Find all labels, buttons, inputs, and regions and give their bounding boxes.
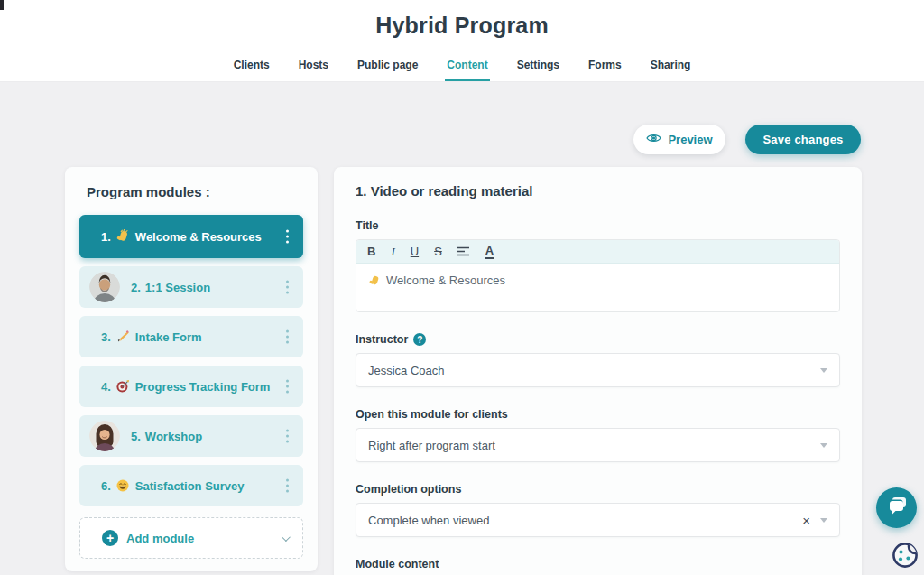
module-content-label: Module content [356, 558, 840, 570]
tab-settings[interactable]: Settings [515, 53, 561, 81]
open-module-value: Right after program start [368, 439, 495, 452]
tab-sharing[interactable]: Sharing [649, 53, 693, 81]
save-changes-button[interactable]: Save changes [745, 125, 861, 154]
chat-bubble-icon [886, 496, 908, 519]
module-number: 2. [131, 281, 141, 294]
completion-options-value: Complete when viewed [368, 514, 489, 527]
align-icon[interactable] [457, 246, 470, 256]
target-emoji-icon [116, 379, 130, 394]
screen-artifact [0, 0, 4, 10]
module-label: Satisfaction Survey [135, 479, 245, 493]
open-module-label: Open this module for clients [356, 408, 840, 421]
page-title: Hybrid Program [0, 0, 924, 39]
module-item-progress-tracking-form[interactable]: 4. Progress Tracking Form [79, 366, 303, 407]
font-color-icon[interactable]: A [485, 245, 494, 259]
chevron-down-icon[interactable] [282, 533, 291, 542]
program-modules-panel: Program modules : 1. Welcome & Resources [65, 167, 318, 571]
module-label: Intake Form [135, 330, 202, 344]
module-menu-kebab-icon[interactable] [282, 327, 292, 348]
module-item-satisfaction-survey[interactable]: 6. Satisfaction Survey [79, 465, 303, 506]
add-module-button[interactable]: + Add module [79, 517, 303, 559]
caret-down-icon [820, 368, 827, 373]
module-number: 6. [101, 479, 111, 493]
cookie-consent-icon[interactable] [890, 539, 921, 570]
title-label: Title [356, 219, 840, 232]
avatar-man [89, 272, 120, 302]
help-icon[interactable]: ? [413, 333, 426, 346]
eye-icon [646, 133, 661, 146]
chat-widget-button[interactable] [876, 487, 917, 528]
strikethrough-icon[interactable]: S [434, 246, 442, 257]
pencil-emoji-icon [116, 329, 130, 344]
module-item-workshop[interactable]: 5. Workshop [79, 415, 303, 457]
module-menu-kebab-icon[interactable] [282, 376, 292, 397]
module-menu-kebab-icon[interactable] [282, 426, 292, 447]
module-editor-panel: 1. Video or reading material Title B I U… [334, 167, 862, 575]
module-editor-heading: 1. Video or reading material [356, 183, 840, 199]
wave-hand-emoji-icon [116, 229, 130, 244]
bold-icon[interactable]: B [367, 246, 375, 257]
action-buttons: Preview Save changes [633, 125, 861, 154]
module-number: 4. [101, 380, 111, 394]
instructor-select[interactable]: Jessica Coach [356, 353, 840, 387]
module-number: 3. [101, 330, 111, 344]
save-label: Save changes [762, 133, 843, 146]
caret-down-icon [820, 443, 827, 448]
module-menu-kebab-icon[interactable] [282, 227, 292, 247]
module-label: Progress Tracking Form [135, 380, 271, 394]
grin-emoji-icon [116, 478, 130, 493]
wave-hand-emoji-icon [368, 274, 381, 287]
caret-down-icon [820, 518, 827, 523]
instructor-label: Instructor ? [356, 333, 840, 346]
module-label: Welcome & Resources [135, 230, 262, 244]
italic-icon[interactable]: I [391, 246, 394, 257]
module-menu-kebab-icon[interactable] [282, 277, 292, 298]
module-item-welcome-resources[interactable]: 1. Welcome & Resources [79, 215, 303, 258]
title-editor-toolbar: B I U S A [356, 240, 839, 264]
sidebar-heading: Program modules : [87, 184, 296, 199]
tab-clients[interactable]: Clients [232, 53, 272, 81]
module-number: 1. [101, 230, 111, 244]
underline-icon[interactable]: U [411, 246, 419, 257]
module-number: 5. [131, 430, 141, 443]
tab-hosts[interactable]: Hosts [297, 53, 330, 81]
clear-icon[interactable]: × [802, 514, 810, 527]
completion-options-label: Completion options [356, 483, 840, 496]
program-header: Hybrid Program Clients Hosts Public page… [0, 0, 924, 82]
instructor-label-text: Instructor [356, 333, 408, 346]
module-item-11-session[interactable]: 2. 1:1 Session [79, 266, 303, 308]
module-menu-kebab-icon[interactable] [282, 476, 292, 496]
title-editor: B I U S A Welcome & Resources [356, 239, 840, 312]
tab-content[interactable]: Content [445, 53, 489, 81]
instructor-value: Jessica Coach [368, 364, 445, 377]
tab-public-page[interactable]: Public page [356, 53, 420, 81]
avatar-woman [89, 421, 120, 451]
plus-icon: + [102, 530, 118, 546]
title-value: Welcome & Resources [386, 274, 505, 287]
completion-options-select[interactable]: Complete when viewed × [356, 503, 840, 537]
module-item-intake-form[interactable]: 3. Intake Form [79, 316, 303, 357]
add-module-label: Add module [126, 532, 194, 545]
title-input[interactable]: Welcome & Resources [356, 264, 839, 311]
preview-label: Preview [668, 133, 712, 146]
preview-button[interactable]: Preview [633, 125, 725, 154]
module-label: Workshop [145, 430, 202, 443]
module-label: 1:1 Session [145, 281, 210, 294]
tab-forms[interactable]: Forms [587, 53, 624, 81]
tab-bar: Clients Hosts Public page Content Settin… [0, 53, 924, 81]
open-module-select[interactable]: Right after program start [356, 428, 840, 462]
